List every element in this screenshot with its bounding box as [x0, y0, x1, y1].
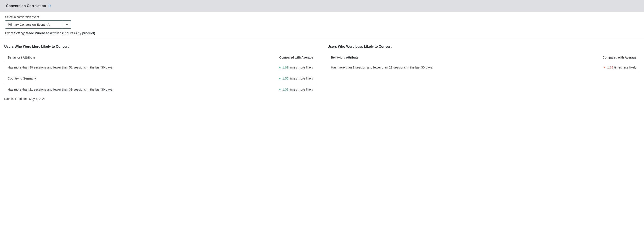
- cell-behavior: Has more than 1 session and fewer than 2…: [328, 62, 555, 73]
- panel-title-more-likely: Users Who Were More Likely to Convert: [4, 45, 316, 48]
- table-more-likely: Behavior / Attribute Compared with Avera…: [4, 53, 316, 95]
- compare-value: 1.69: [282, 65, 288, 69]
- conversion-event-select[interactable]: Primary Conversion Event - A: [5, 20, 71, 29]
- panel-title-less-likely: Users Who Were Less Likely to Convert: [328, 45, 640, 48]
- table-row: Country is Germany 1.55 times more likel…: [4, 73, 316, 84]
- trend-up-icon: [279, 89, 281, 90]
- compare-suffix: times more likely: [290, 77, 313, 80]
- updated-value: May 7, 2021: [29, 97, 46, 101]
- col-header-behavior: Behavior / Attribute: [4, 53, 233, 62]
- info-icon[interactable]: [48, 4, 51, 7]
- col-header-behavior: Behavior / Attribute: [328, 53, 555, 62]
- trend-up-icon: [279, 67, 281, 68]
- compare-suffix: times more likely: [290, 65, 313, 69]
- data-updated: Data last updated: May 7, 2021: [0, 95, 644, 106]
- table-row: Has more than 1 session and fewer than 2…: [328, 62, 640, 73]
- compare-value: 1.33: [607, 65, 613, 69]
- cell-compare: 1.55 times more likely: [233, 73, 316, 84]
- event-setting-label: Event Setting:: [5, 31, 25, 35]
- section-header: Conversion Correlation: [0, 0, 644, 12]
- svg-point-2: [49, 5, 49, 5]
- trend-up-icon: [279, 78, 281, 79]
- select-value: Primary Conversion Event - A: [5, 20, 62, 28]
- panel-more-likely: Users Who Were More Likely to Convert Be…: [4, 42, 316, 95]
- table-row: Has more than 21 sessions and fewer than…: [4, 84, 316, 95]
- col-header-compare: Compared with Average: [233, 53, 316, 62]
- cell-behavior: Country is Germany: [4, 73, 233, 84]
- select-label: Select a conversion event: [5, 15, 639, 19]
- panel-less-likely: Users Who Were Less Likely to Convert Be…: [328, 42, 640, 73]
- event-setting-value: Made Purchase within 12 hours (Any produ…: [26, 31, 95, 35]
- cell-compare: 1.33 times less likely: [555, 62, 640, 73]
- table-row: Has more than 39 sessions and fewer than…: [4, 62, 316, 73]
- compare-value: 1.55: [282, 77, 288, 80]
- table-less-likely: Behavior / Attribute Compared with Avera…: [328, 53, 640, 73]
- cell-compare: 1.69 times more likely: [233, 62, 316, 73]
- cell-behavior: Has more than 21 sessions and fewer than…: [4, 84, 233, 95]
- col-header-compare: Compared with Average: [555, 53, 640, 62]
- compare-suffix: times less likely: [614, 65, 636, 69]
- event-setting: Event Setting: Made Purchase within 12 h…: [5, 31, 639, 35]
- updated-prefix: Data last updated:: [4, 97, 28, 101]
- controls-area: Select a conversion event Primary Conver…: [0, 12, 644, 38]
- section-title: Conversion Correlation: [6, 4, 46, 8]
- cell-behavior: Has more than 39 sessions and fewer than…: [4, 62, 233, 73]
- compare-value: 1.03: [282, 88, 288, 91]
- cell-compare: 1.03 times more likely: [233, 84, 316, 95]
- compare-suffix: times more likely: [290, 88, 313, 91]
- chevron-down-icon: [62, 20, 71, 28]
- trend-down-icon: [604, 67, 606, 68]
